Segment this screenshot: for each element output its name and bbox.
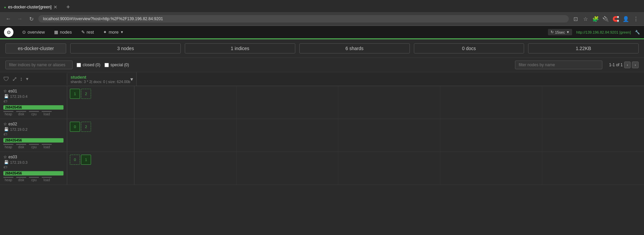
tab-close-button[interactable]: ✕ xyxy=(53,4,57,10)
index-header-cell: student shards: 3 * 2| docs: 0 | size: 6… xyxy=(67,72,137,86)
cpu-bar xyxy=(29,144,39,145)
nav-overview[interactable]: ⊙ overview xyxy=(17,26,49,39)
stat-size[interactable]: 1.22KB xyxy=(528,43,639,53)
heap-bar xyxy=(3,144,13,145)
shard-1-primary[interactable]: 1 xyxy=(81,155,91,165)
empty-data-cell xyxy=(237,86,339,119)
ext2-icon[interactable]: 🔌 xyxy=(602,15,610,23)
nav-nodes[interactable]: ▦ nodes xyxy=(49,26,76,39)
empty-data-cell xyxy=(542,119,644,152)
closed-checkbox[interactable] xyxy=(77,63,81,67)
node-es02-ip: 💾 172.19.0.2 xyxy=(3,127,63,131)
refresh-interval: 15sec xyxy=(555,30,565,34)
node-es02-name: ☆ es02 xyxy=(3,122,63,126)
bookmark-icon[interactable]: ☆ xyxy=(582,15,590,23)
nav-more[interactable]: ✦ more ▼ xyxy=(98,26,128,39)
load-bar xyxy=(42,144,52,145)
node-es01-label: es01 xyxy=(8,89,17,93)
ext3-icon[interactable]: 🧲 xyxy=(612,15,620,23)
cpu-bar xyxy=(29,177,39,178)
empty-data-cell xyxy=(440,86,543,119)
node-es01-name: ☆ es01 xyxy=(3,89,63,93)
empty-data-cell xyxy=(237,152,339,185)
shard-1-primary[interactable]: 1 xyxy=(70,89,80,99)
node-es01-info: ☆ es01 💾 172.19.0.4 🏷 268435456 heap xyxy=(0,86,67,119)
node-es01-metrics: heap disk cpu load xyxy=(3,111,63,116)
node-es03-tag: 🏷 xyxy=(3,165,63,169)
star-icon: ☆ xyxy=(3,122,7,126)
expand-icon[interactable]: ⤢ xyxy=(12,75,17,83)
empty-data-cell xyxy=(338,86,440,119)
special-checkbox-label[interactable]: special (0) xyxy=(104,63,129,67)
node-es02-metrics: heap disk cpu load xyxy=(3,144,63,149)
tab-bar: ● es-docker-cluster[green] ✕ + xyxy=(0,0,644,12)
ext1-icon[interactable]: 🧩 xyxy=(592,15,600,23)
hdd-icon: 💾 xyxy=(4,160,9,164)
empty-data-cell xyxy=(134,119,237,152)
nav-rest-label: rest xyxy=(87,30,94,35)
new-tab-button[interactable]: + xyxy=(64,4,72,11)
nav-nodes-label: nodes xyxy=(60,30,72,35)
index-expand-icon[interactable]: ▾ xyxy=(130,76,133,82)
empty-data-cell xyxy=(338,152,440,185)
nav-rest[interactable]: ✎ rest xyxy=(77,26,99,39)
top-nav: ⊙ ⊙ overview ▦ nodes ✎ rest ✦ more ▼ xyxy=(0,26,644,39)
empty-data-cell xyxy=(440,119,543,152)
load-bar xyxy=(42,111,52,112)
shard-0-primary[interactable]: 0 xyxy=(70,122,80,132)
stat-shards[interactable]: 6 shards xyxy=(299,43,410,53)
stat-indices[interactable]: 1 indices xyxy=(185,43,295,53)
main-grid: 🛡 ⤢ ↕ ▼ student shards: 3 * 2| docs: 0 |… xyxy=(0,72,644,185)
shard-2-replica[interactable]: 2 xyxy=(81,122,91,132)
grid-header: 🛡 ⤢ ↕ ▼ student shards: 3 * 2| docs: 0 |… xyxy=(0,72,644,86)
overview-icon: ⊙ xyxy=(22,30,26,35)
heap-metric: heap xyxy=(3,144,13,149)
shard-0-replica[interactable]: 0 xyxy=(70,155,80,165)
tag-icon: 🏷 xyxy=(3,165,7,169)
empty-data-cell xyxy=(134,86,237,119)
back-button[interactable]: ← xyxy=(4,14,13,23)
node-es02-index-cell: 0 2 xyxy=(67,119,134,152)
pagination-text: 1-1 of 1 xyxy=(609,63,623,67)
disk-bar xyxy=(16,111,26,112)
forward-button[interactable]: → xyxy=(15,14,24,23)
nav-more-label: more xyxy=(109,30,119,35)
menu-icon[interactable]: ⋮ xyxy=(632,15,640,23)
star-icon: ☆ xyxy=(3,89,7,93)
special-checkbox[interactable] xyxy=(104,63,109,67)
address-bar[interactable] xyxy=(38,15,569,23)
app-logo: ⊙ xyxy=(4,28,13,37)
reload-button[interactable]: ↻ xyxy=(27,14,36,23)
cluster-name: es-docker-cluster xyxy=(5,43,66,53)
refresh-control[interactable]: ↻ 15sec ▼ xyxy=(548,29,572,35)
settings-icon[interactable]: 🔧 xyxy=(635,30,640,35)
shield-icon[interactable]: 🛡 xyxy=(3,76,9,83)
sort-az-icon[interactable]: ↕ xyxy=(20,76,23,82)
sort-dropdown-icon[interactable]: ▼ xyxy=(25,77,29,81)
browser-controls: ← → ↻ ⊡ ☆ 🧩 🔌 🧲 👤 ⋮ xyxy=(0,12,644,26)
browser-chrome: ● es-docker-cluster[green] ✕ + ← → ↻ ⊡ ☆… xyxy=(0,0,644,26)
node-es03-index-cell: 0 1 xyxy=(67,152,134,185)
tab-favicon: ● xyxy=(4,5,6,9)
node-es03-label: es03 xyxy=(8,155,17,159)
filter-nodes-input[interactable] xyxy=(515,61,602,69)
stat-nodes[interactable]: 3 nodes xyxy=(70,43,181,53)
closed-checkbox-label[interactable]: closed (0) xyxy=(77,63,100,67)
cast-icon[interactable]: ⊡ xyxy=(571,15,579,23)
shard-2-replica[interactable]: 2 xyxy=(81,89,91,99)
active-tab[interactable]: ● es-docker-cluster[green] ✕ xyxy=(0,2,61,12)
closed-label: closed (0) xyxy=(83,63,100,67)
node-es02-info: ☆ es02 💾 172.19.0.2 🏷 268435456 heap xyxy=(0,119,67,152)
cpu-metric: cpu xyxy=(29,144,39,149)
filter-indices-input[interactable] xyxy=(5,61,73,69)
profile-icon[interactable]: 👤 xyxy=(622,15,630,23)
more-dropdown-icon: ▼ xyxy=(120,30,124,34)
next-page-button[interactable]: › xyxy=(632,62,639,68)
cpu-bar xyxy=(29,111,39,112)
stat-docs[interactable]: 0 docs xyxy=(414,43,524,53)
node-es01-ip: 💾 172.19.0.4 xyxy=(3,94,63,99)
prev-page-button[interactable]: ‹ xyxy=(624,62,631,68)
nodes-icon: ▦ xyxy=(54,30,58,35)
nav-items: ⊙ overview ▦ nodes ✎ rest ✦ more ▼ xyxy=(17,26,128,39)
disk-bar xyxy=(16,144,26,145)
